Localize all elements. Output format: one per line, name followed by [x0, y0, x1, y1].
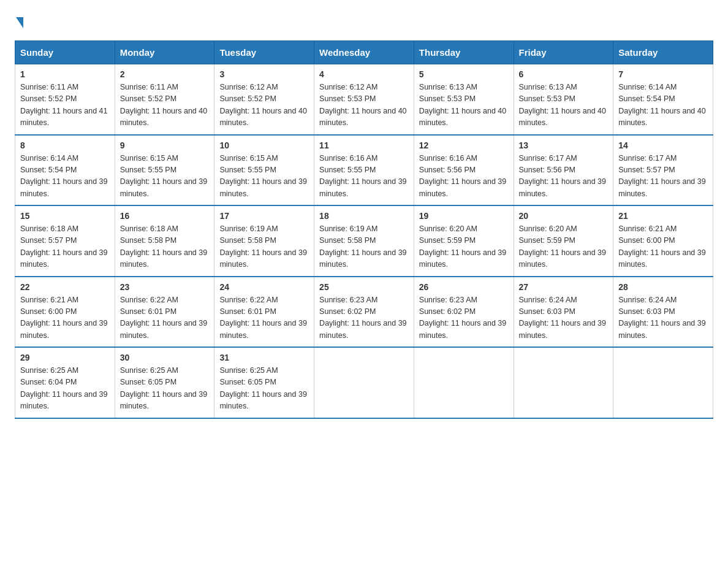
day-info: Sunrise: 6:21 AMSunset: 6:00 PMDaylight:…: [20, 294, 110, 342]
day-cell: [613, 347, 713, 418]
day-number: 25: [319, 282, 409, 292]
day-cell: 4Sunrise: 6:12 AMSunset: 5:53 PMDaylight…: [314, 64, 414, 135]
day-number: 4: [319, 69, 409, 79]
day-info: Sunrise: 6:23 AMSunset: 6:02 PMDaylight:…: [319, 294, 409, 342]
day-cell: 24Sunrise: 6:22 AMSunset: 6:01 PMDayligh…: [214, 277, 314, 348]
day-cell: 28Sunrise: 6:24 AMSunset: 6:03 PMDayligh…: [613, 277, 713, 348]
day-cell: [314, 347, 414, 418]
day-cell: 18Sunrise: 6:19 AMSunset: 5:58 PMDayligh…: [314, 205, 414, 277]
day-cell: 5Sunrise: 6:13 AMSunset: 5:53 PMDaylight…: [414, 64, 514, 135]
day-number: 10: [219, 140, 309, 150]
day-info: Sunrise: 6:23 AMSunset: 6:02 PMDaylight:…: [419, 294, 509, 342]
day-number: 2: [120, 69, 210, 79]
day-number: 5: [419, 69, 509, 79]
day-cell: 21Sunrise: 6:21 AMSunset: 6:00 PMDayligh…: [613, 205, 713, 277]
day-info: Sunrise: 6:20 AMSunset: 5:59 PMDaylight:…: [519, 223, 609, 271]
day-cell: 27Sunrise: 6:24 AMSunset: 6:03 PMDayligh…: [514, 277, 613, 348]
day-cell: 22Sunrise: 6:21 AMSunset: 6:00 PMDayligh…: [15, 277, 115, 348]
day-cell: [514, 347, 613, 418]
day-number: 23: [120, 282, 210, 292]
header-cell-tuesday: Tuesday: [214, 41, 314, 64]
day-info: Sunrise: 6:11 AMSunset: 5:52 PMDaylight:…: [20, 82, 110, 129]
day-info: Sunrise: 6:22 AMSunset: 6:01 PMDaylight:…: [219, 294, 309, 342]
day-number: 14: [618, 140, 708, 150]
day-info: Sunrise: 6:24 AMSunset: 6:03 PMDaylight:…: [618, 294, 708, 342]
day-number: 30: [120, 353, 210, 362]
week-row-2: 8Sunrise: 6:14 AMSunset: 5:54 PMDaylight…: [15, 135, 713, 206]
day-cell: 9Sunrise: 6:15 AMSunset: 5:55 PMDaylight…: [115, 135, 214, 206]
day-info: Sunrise: 6:16 AMSunset: 5:55 PMDaylight:…: [319, 153, 409, 201]
day-info: Sunrise: 6:14 AMSunset: 5:54 PMDaylight:…: [618, 82, 708, 129]
day-cell: 11Sunrise: 6:16 AMSunset: 5:55 PMDayligh…: [314, 135, 414, 206]
day-cell: 23Sunrise: 6:22 AMSunset: 6:01 PMDayligh…: [115, 277, 214, 348]
day-number: 13: [519, 140, 609, 150]
day-info: Sunrise: 6:12 AMSunset: 5:52 PMDaylight:…: [219, 82, 309, 129]
day-cell: 15Sunrise: 6:18 AMSunset: 5:57 PMDayligh…: [15, 205, 115, 277]
header-cell-wednesday: Wednesday: [314, 41, 414, 64]
day-number: 7: [618, 69, 708, 79]
day-number: 8: [20, 140, 110, 150]
day-info: Sunrise: 6:19 AMSunset: 5:58 PMDaylight:…: [219, 223, 309, 271]
day-cell: 3Sunrise: 6:12 AMSunset: 5:52 PMDaylight…: [214, 64, 314, 135]
day-info: Sunrise: 6:18 AMSunset: 5:58 PMDaylight:…: [120, 223, 210, 271]
day-info: Sunrise: 6:25 AMSunset: 6:05 PMDaylight:…: [219, 365, 309, 413]
day-cell: 7Sunrise: 6:14 AMSunset: 5:54 PMDaylight…: [613, 64, 713, 135]
day-number: 3: [219, 69, 309, 79]
day-info: Sunrise: 6:25 AMSunset: 6:05 PMDaylight:…: [120, 365, 210, 413]
day-cell: 2Sunrise: 6:11 AMSunset: 5:52 PMDaylight…: [115, 64, 214, 135]
day-cell: 20Sunrise: 6:20 AMSunset: 5:59 PMDayligh…: [514, 205, 613, 277]
day-info: Sunrise: 6:13 AMSunset: 5:53 PMDaylight:…: [519, 82, 609, 129]
day-cell: 29Sunrise: 6:25 AMSunset: 6:04 PMDayligh…: [15, 347, 115, 418]
day-number: 9: [120, 140, 210, 150]
day-number: 11: [319, 140, 409, 150]
day-info: Sunrise: 6:15 AMSunset: 5:55 PMDaylight:…: [120, 153, 210, 201]
day-info: Sunrise: 6:19 AMSunset: 5:58 PMDaylight:…: [319, 223, 409, 271]
header-row: SundayMondayTuesdayWednesdayThursdayFrid…: [15, 41, 713, 64]
day-info: Sunrise: 6:25 AMSunset: 6:04 PMDaylight:…: [20, 365, 110, 413]
day-info: Sunrise: 6:13 AMSunset: 5:53 PMDaylight:…: [419, 82, 509, 129]
day-info: Sunrise: 6:18 AMSunset: 5:57 PMDaylight:…: [20, 223, 110, 271]
day-info: Sunrise: 6:15 AMSunset: 5:55 PMDaylight:…: [219, 153, 309, 201]
calendar-header: SundayMondayTuesdayWednesdayThursdayFrid…: [15, 41, 713, 64]
day-info: Sunrise: 6:16 AMSunset: 5:56 PMDaylight:…: [419, 153, 509, 201]
header-cell-friday: Friday: [514, 41, 613, 64]
day-number: 29: [20, 353, 110, 362]
page-header: [15, 15, 713, 28]
day-cell: 1Sunrise: 6:11 AMSunset: 5:52 PMDaylight…: [15, 64, 115, 135]
day-cell: 10Sunrise: 6:15 AMSunset: 5:55 PMDayligh…: [214, 135, 314, 206]
calendar-table: SundayMondayTuesdayWednesdayThursdayFrid…: [15, 40, 713, 419]
day-cell: 8Sunrise: 6:14 AMSunset: 5:54 PMDaylight…: [15, 135, 115, 206]
day-cell: 31Sunrise: 6:25 AMSunset: 6:05 PMDayligh…: [214, 347, 314, 418]
day-cell: 25Sunrise: 6:23 AMSunset: 6:02 PMDayligh…: [314, 277, 414, 348]
day-number: 27: [519, 282, 609, 292]
day-cell: 26Sunrise: 6:23 AMSunset: 6:02 PMDayligh…: [414, 277, 514, 348]
logo-arrow-icon: [16, 17, 23, 28]
day-info: Sunrise: 6:20 AMSunset: 5:59 PMDaylight:…: [419, 223, 509, 271]
day-info: Sunrise: 6:14 AMSunset: 5:54 PMDaylight:…: [20, 153, 110, 201]
day-number: 18: [319, 211, 409, 221]
day-info: Sunrise: 6:22 AMSunset: 6:01 PMDaylight:…: [120, 294, 210, 342]
day-number: 15: [20, 211, 110, 221]
day-number: 16: [120, 211, 210, 221]
calendar-body: 1Sunrise: 6:11 AMSunset: 5:52 PMDaylight…: [15, 64, 713, 418]
header-cell-thursday: Thursday: [414, 41, 514, 64]
day-number: 28: [618, 282, 708, 292]
day-info: Sunrise: 6:17 AMSunset: 5:56 PMDaylight:…: [519, 153, 609, 201]
week-row-3: 15Sunrise: 6:18 AMSunset: 5:57 PMDayligh…: [15, 205, 713, 277]
header-cell-monday: Monday: [115, 41, 214, 64]
day-cell: [414, 347, 514, 418]
day-number: 6: [519, 69, 609, 79]
day-cell: 17Sunrise: 6:19 AMSunset: 5:58 PMDayligh…: [214, 205, 314, 277]
day-number: 22: [20, 282, 110, 292]
header-cell-sunday: Sunday: [15, 41, 115, 64]
day-cell: 14Sunrise: 6:17 AMSunset: 5:57 PMDayligh…: [613, 135, 713, 206]
day-number: 20: [519, 211, 609, 221]
day-number: 24: [219, 282, 309, 292]
day-cell: 13Sunrise: 6:17 AMSunset: 5:56 PMDayligh…: [514, 135, 613, 206]
week-row-1: 1Sunrise: 6:11 AMSunset: 5:52 PMDaylight…: [15, 64, 713, 135]
day-number: 1: [20, 69, 110, 79]
day-info: Sunrise: 6:24 AMSunset: 6:03 PMDaylight:…: [519, 294, 609, 342]
logo: [15, 15, 23, 28]
day-number: 21: [618, 211, 708, 221]
header-cell-saturday: Saturday: [613, 41, 713, 64]
